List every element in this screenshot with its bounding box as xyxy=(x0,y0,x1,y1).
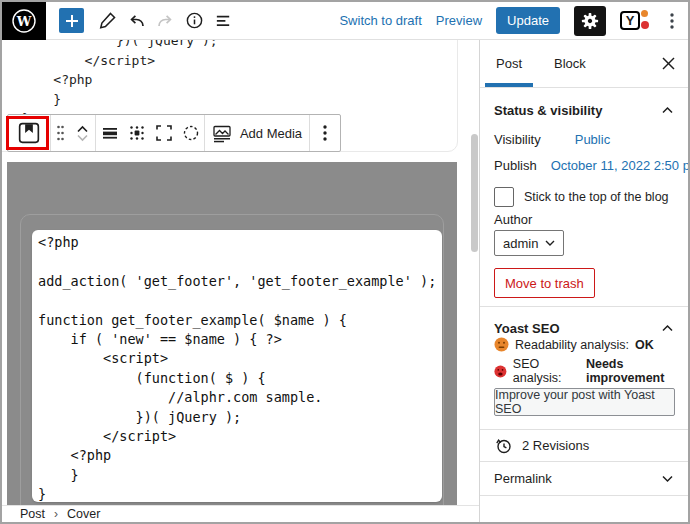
align-button[interactable] xyxy=(96,115,123,151)
cover-block[interactable]: <?php add_action( 'get_footer', 'get_foo… xyxy=(7,162,457,507)
revisions-row[interactable]: 2 Revisions xyxy=(480,430,688,461)
cover-block-type-button[interactable] xyxy=(8,115,50,151)
improve-post-button[interactable]: Improve your post with Yoast SEO xyxy=(494,388,675,416)
breadcrumb-post[interactable]: Post xyxy=(20,507,45,521)
plus-icon xyxy=(65,14,79,28)
preview-button[interactable]: Preview xyxy=(436,13,482,28)
author-row: admin xyxy=(480,230,688,256)
sticky-checkbox[interactable] xyxy=(494,187,514,207)
block-mover[interactable] xyxy=(69,115,95,151)
block-options-button[interactable] xyxy=(310,115,340,151)
tab-block[interactable]: Block xyxy=(538,40,602,87)
full-height-icon xyxy=(154,123,174,143)
seo-label: SEO analysis: xyxy=(513,357,580,385)
yoast-red-dot-icon xyxy=(641,21,649,29)
code-line: </script> xyxy=(22,51,218,71)
content-position-button[interactable] xyxy=(123,115,150,151)
cover-block-icon xyxy=(18,122,40,144)
readability-face-icon xyxy=(494,337,509,352)
gear-icon xyxy=(581,12,599,30)
visibility-value[interactable]: Public xyxy=(575,132,610,152)
move-up-icon xyxy=(76,125,89,133)
publish-value[interactable]: October 11, 2022 2:50 pm xyxy=(551,158,690,178)
seo-analysis-row: SEO analysis: Needs improvement xyxy=(494,357,688,385)
add-media-label: Add Media xyxy=(240,126,302,141)
switch-to-draft-button[interactable]: Switch to draft xyxy=(339,13,421,28)
canvas-scrollbar-thumb[interactable] xyxy=(471,134,478,252)
wordpress-editor-window: })( jQuery ); </script> <?php } } xyxy=(0,0,690,524)
list-view-icon xyxy=(214,11,233,30)
redo-icon xyxy=(156,12,175,29)
list-view-button[interactable] xyxy=(210,8,236,34)
yoast-seo-button[interactable]: Y xyxy=(620,10,650,32)
readability-label: Readability analysis: xyxy=(515,338,629,352)
undo-icon xyxy=(127,12,146,29)
visibility-row: Visibility Public xyxy=(480,132,688,152)
readability-analysis-row: Readability analysis: OK xyxy=(494,337,654,352)
permalink-title: Permalink xyxy=(494,471,552,486)
sticky-row: Stick to the top of the blog xyxy=(480,186,688,208)
yoast-orange-dot-icon xyxy=(641,10,648,17)
more-menu-icon xyxy=(670,12,674,30)
add-media-button[interactable]: Add Media xyxy=(205,115,309,151)
block-inserter-button[interactable] xyxy=(59,8,84,33)
media-icon xyxy=(212,123,232,143)
breadcrumb-cover[interactable]: Cover xyxy=(67,507,100,521)
revisions-clock-icon xyxy=(496,438,512,454)
wordpress-logo[interactable]: W xyxy=(2,2,46,40)
settings-button[interactable] xyxy=(574,6,606,36)
redo-button[interactable] xyxy=(152,8,178,34)
seo-value: Needs improvement xyxy=(586,357,688,385)
cover-code-card[interactable]: <?php add_action( 'get_footer', 'get_foo… xyxy=(32,230,442,502)
full-height-button[interactable] xyxy=(150,115,177,151)
pencil-icon xyxy=(98,11,117,30)
visibility-label: Visibility xyxy=(494,132,541,152)
duotone-filter-button[interactable] xyxy=(177,115,204,151)
cover-code-text[interactable]: <?php add_action( 'get_footer', 'get_foo… xyxy=(32,230,442,502)
duotone-icon xyxy=(181,123,201,143)
chevron-down-icon xyxy=(661,475,674,483)
readability-value: OK xyxy=(635,338,654,352)
editor-header: W xyxy=(2,2,688,40)
breadcrumb-separator-icon: › xyxy=(54,507,58,521)
settings-sidebar: Post Block Status & visibility Visibilit… xyxy=(479,40,688,522)
seo-face-icon xyxy=(494,364,507,379)
panel-divider xyxy=(480,495,688,496)
content-position-icon xyxy=(127,123,147,143)
svg-text:W: W xyxy=(16,13,32,28)
publish-label: Publish xyxy=(494,158,537,178)
yoast-icon: Y xyxy=(620,11,640,30)
header-actions: Switch to draft Preview Update xyxy=(339,6,688,36)
sidebar-tabs: Post Block xyxy=(480,40,688,88)
close-icon xyxy=(662,57,675,70)
wordpress-icon: W xyxy=(11,8,37,34)
drag-handle-icon xyxy=(56,124,65,142)
edit-tool-button[interactable] xyxy=(94,8,120,34)
yoast-seo-title: Yoast SEO xyxy=(494,321,560,336)
editor-options-button[interactable] xyxy=(664,8,680,34)
status-visibility-header[interactable]: Status & visibility xyxy=(480,88,688,132)
details-button[interactable] xyxy=(181,8,207,34)
trash-row: Move to trash xyxy=(480,268,688,298)
undo-button[interactable] xyxy=(123,8,149,34)
author-value: admin xyxy=(503,236,538,251)
chevron-up-icon xyxy=(661,106,674,114)
permalink-header[interactable]: Permalink xyxy=(480,462,688,495)
revisions-label: 2 Revisions xyxy=(522,438,589,453)
author-select[interactable]: admin xyxy=(494,230,564,256)
block-toolbar: Add Media xyxy=(7,114,341,152)
chevron-up-icon xyxy=(661,324,674,332)
move-down-icon xyxy=(76,134,89,142)
status-visibility-title: Status & visibility xyxy=(494,103,602,118)
author-label-text: Author xyxy=(494,212,532,227)
tab-post[interactable]: Post xyxy=(480,40,538,87)
block-breadcrumb: Post › Cover xyxy=(2,505,479,522)
move-to-trash-button[interactable]: Move to trash xyxy=(494,268,595,298)
more-options-icon xyxy=(323,124,327,142)
author-label: Author xyxy=(480,212,688,227)
code-line: } xyxy=(22,90,218,110)
close-sidebar-button[interactable] xyxy=(648,40,688,87)
drag-handle[interactable] xyxy=(51,115,69,151)
sticky-label: Stick to the top of the blog xyxy=(524,190,669,204)
update-button[interactable]: Update xyxy=(496,7,560,34)
